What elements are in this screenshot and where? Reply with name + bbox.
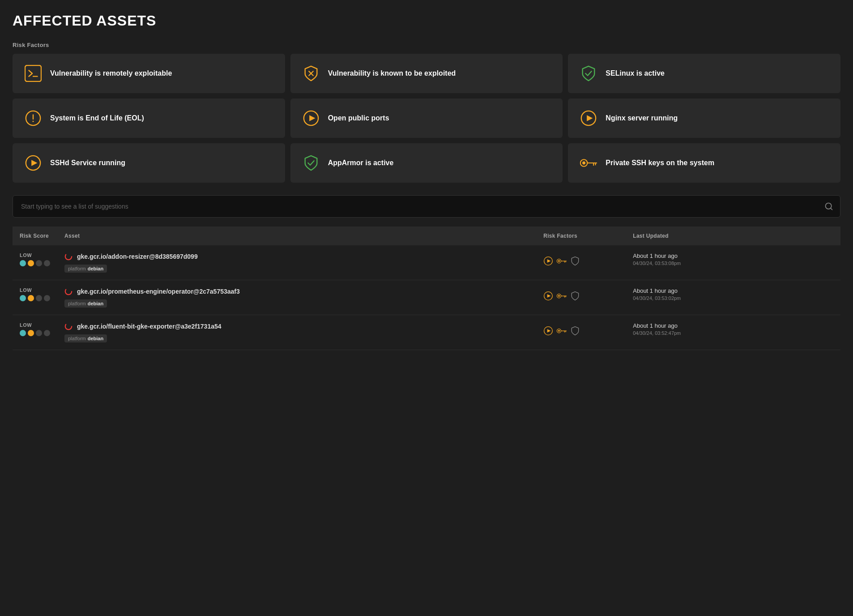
risk-factors-label: Risk Factors (13, 42, 840, 48)
risk-score-cell: LOW (13, 315, 57, 350)
svg-marker-10 (587, 115, 593, 121)
svg-point-40 (558, 330, 560, 332)
svg-point-14 (583, 162, 586, 165)
row-risk-factors-cell (536, 280, 626, 315)
shield-mini-icon (570, 291, 580, 301)
svg-marker-12 (31, 160, 37, 166)
dot-filled (20, 330, 26, 336)
last-updated-exact: 04/30/24, 03:53:02pm (633, 295, 833, 301)
dot-empty (44, 330, 50, 336)
risk-dots (20, 330, 50, 336)
play-circle-icon (579, 108, 598, 128)
risk-factor-label: SELinux is active (606, 69, 665, 78)
col-empty (465, 227, 536, 245)
svg-marker-22 (547, 259, 551, 263)
risk-factor-card-open-ports[interactable]: Open public ports (290, 98, 563, 138)
last-updated-exact: 04/30/24, 03:53:08pm (633, 261, 833, 266)
key-mini-icon (557, 326, 567, 336)
risk-factor-label: Vulnerability is remotely exploitable (50, 69, 172, 78)
table-row: LOW gke.gcr.io/prometheus-engine/operato… (13, 280, 840, 315)
table-body: LOW gke.gcr.io/addon-resizer@8d385697d09… (13, 245, 840, 350)
dot-filled (28, 330, 34, 336)
dot-empty (44, 295, 50, 301)
row-risk-factors-cell (536, 245, 626, 280)
svg-point-20 (65, 253, 72, 260)
dot-empty (36, 260, 42, 266)
svg-point-24 (558, 260, 560, 262)
asset-loading-icon (64, 287, 73, 295)
shield-check-icon (579, 64, 598, 83)
dot-empty (36, 330, 42, 336)
svg-marker-38 (547, 329, 551, 333)
last-updated-relative: About 1 hour ago (633, 287, 833, 294)
asset-name-row: gke.gcr.io/prometheus-engine/operator@2c… (64, 287, 529, 295)
col-last-updated: Last Updated (626, 227, 840, 245)
key-icon (579, 153, 598, 173)
alert-circle-icon (23, 108, 43, 128)
svg-point-28 (65, 288, 72, 295)
play-circle-icon (23, 153, 43, 173)
dot-filled (28, 260, 34, 266)
row-risk-factors-cell (536, 315, 626, 350)
risk-factor-card-selinux[interactable]: SELinux is active (568, 54, 840, 93)
terminal-icon (23, 64, 43, 83)
last-updated-relative: About 1 hour ago (633, 322, 833, 329)
table-row: LOW gke.gcr.io/addon-resizer@8d385697d09… (13, 245, 840, 280)
assets-table: Risk Score Asset Risk Factors Last Updat… (13, 227, 840, 350)
asset-name: gke.gcr.io/addon-resizer@8d385697d099 (77, 253, 198, 260)
risk-dots (20, 260, 50, 266)
risk-score-cell: LOW (13, 280, 57, 315)
search-input[interactable] (13, 195, 840, 218)
risk-dots (20, 295, 50, 301)
risk-factor-card-nginx[interactable]: Nginx server running (568, 98, 840, 138)
shield-mini-icon (570, 326, 580, 336)
last-updated-cell: About 1 hour ago 04/30/24, 03:52:47pm (626, 315, 840, 350)
risk-factor-card-sshd[interactable]: SSHd Service running (13, 143, 285, 183)
svg-marker-8 (309, 115, 315, 121)
risk-factors-grid: Vulnerability is remotely exploitable Vu… (13, 54, 840, 183)
row-risk-factors (543, 252, 618, 266)
last-updated-relative: About 1 hour ago (633, 252, 833, 259)
play-circle-mini-icon (543, 326, 553, 336)
dot-filled (20, 295, 26, 301)
table-row: LOW gke.gcr.io/fluent-bit-gke-exporter@a… (13, 315, 840, 350)
risk-factor-label: Open public ports (328, 114, 389, 123)
dot-empty (36, 295, 42, 301)
risk-factor-card-apparmor[interactable]: AppArmor is active (290, 143, 563, 183)
platform-value: debian (88, 336, 103, 341)
search-container (13, 195, 840, 218)
risk-factor-label: AppArmor is active (328, 158, 394, 168)
asset-name-cell: gke.gcr.io/fluent-bit-gke-exporter@a3e2f… (57, 315, 536, 350)
play-circle-mini-icon (543, 256, 553, 266)
platform-value: debian (88, 301, 103, 306)
col-risk-score: Risk Score (13, 227, 57, 245)
last-updated-cell: About 1 hour ago 04/30/24, 03:53:02pm (626, 280, 840, 315)
risk-factor-card-remote-exploitable[interactable]: Vulnerability is remotely exploitable (13, 54, 285, 93)
risk-factor-label: Nginx server running (606, 114, 678, 123)
svg-point-32 (558, 295, 560, 297)
svg-point-6 (33, 121, 34, 122)
risk-factor-card-ssh-keys[interactable]: Private SSH keys on the system (568, 143, 840, 183)
search-button[interactable] (824, 202, 833, 211)
asset-loading-icon (64, 252, 73, 261)
asset-platform-badge: platform debian (64, 334, 107, 342)
table-header: Risk Score Asset Risk Factors Last Updat… (13, 227, 840, 245)
col-risk-factors: Risk Factors (536, 227, 626, 245)
platform-value: debian (88, 266, 103, 271)
play-circle-icon (301, 108, 321, 128)
asset-name-cell: gke.gcr.io/addon-resizer@8d385697d099 pl… (57, 245, 536, 280)
col-asset: Asset (57, 227, 465, 245)
last-updated-exact: 04/30/24, 03:52:47pm (633, 330, 833, 336)
risk-factor-card-eol[interactable]: System is End of Life (EOL) (13, 98, 285, 138)
dot-filled (20, 260, 26, 266)
svg-point-36 (65, 323, 72, 329)
risk-factor-card-known-exploited[interactable]: Vulnerability is known to be exploited (290, 54, 563, 93)
risk-score-label: LOW (20, 287, 50, 293)
asset-name-row: gke.gcr.io/addon-resizer@8d385697d099 (64, 252, 529, 261)
page-title: AFFECTED ASSETS (13, 13, 840, 29)
risk-factor-label: Private SSH keys on the system (606, 158, 714, 168)
row-risk-factors (543, 322, 618, 336)
risk-score-label: LOW (20, 252, 50, 258)
shield-x-icon (301, 64, 321, 83)
risk-score-label: LOW (20, 322, 50, 328)
